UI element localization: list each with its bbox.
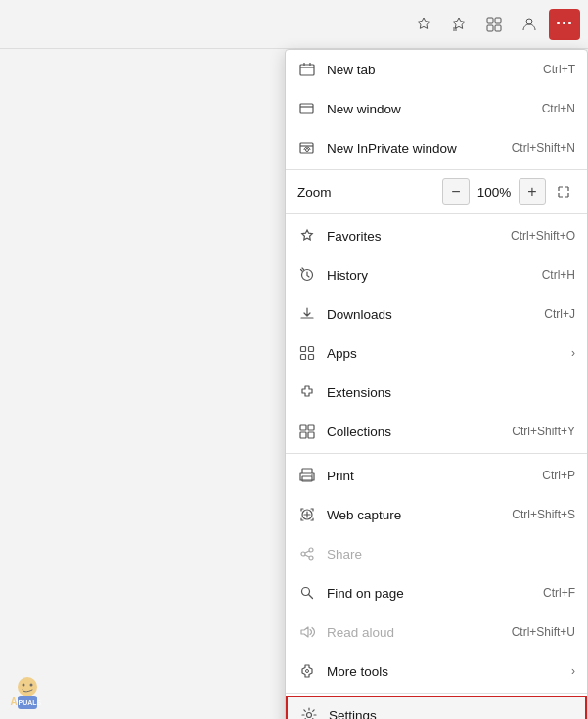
svg-rect-11	[309, 347, 314, 352]
svg-point-8	[306, 149, 309, 152]
readaloud-icon	[297, 622, 317, 642]
svg-rect-16	[300, 432, 306, 438]
menu-item-share: Share	[286, 534, 587, 573]
svg-point-27	[307, 713, 312, 718]
print-label: Print	[327, 469, 542, 483]
menu-item-read-aloud: Read aloud Ctrl+Shift+U	[286, 612, 587, 652]
svg-point-26	[306, 670, 309, 673]
webcapture-icon	[297, 505, 317, 524]
zoom-in-button[interactable]: +	[519, 178, 546, 205]
svg-point-34	[30, 684, 33, 687]
menu-item-inprivate[interactable]: New InPrivate window Ctrl+Shift+N	[286, 128, 587, 167]
collections-button[interactable]	[478, 9, 510, 40]
svg-point-23	[301, 552, 305, 556]
browser-chrome: ···	[0, 0, 588, 49]
find-icon	[297, 583, 317, 603]
svg-text:PPUALS: PPUALS	[14, 699, 42, 706]
zoom-controls: − 100% +	[442, 178, 575, 205]
menu-item-webcapture[interactable]: Web capture Ctrl+Shift+S	[286, 495, 587, 534]
more-button[interactable]: ···	[549, 9, 580, 40]
menu-item-collections[interactable]: Collections Ctrl+Shift+Y	[286, 412, 587, 451]
history-icon	[297, 265, 317, 285]
menu-item-settings[interactable]: Settings	[286, 696, 587, 719]
toolbar-icons: ···	[408, 9, 580, 40]
read-aloud-label: Read aloud	[327, 625, 512, 640]
inprivate-icon	[297, 138, 317, 157]
favorites-shortcut: Ctrl+Shift+O	[511, 229, 575, 243]
downloads-icon	[297, 304, 317, 324]
svg-point-4	[526, 19, 532, 24]
share-icon	[297, 544, 317, 563]
favorites-icon	[297, 226, 317, 246]
favorites-star-button[interactable]	[408, 9, 439, 40]
menu-item-more-tools[interactable]: More tools ›	[286, 652, 587, 691]
appuals-watermark: PPUALS A	[8, 672, 47, 711]
menu-item-new-tab[interactable]: New tab Ctrl+T	[286, 50, 587, 89]
apps-label: Apps	[327, 346, 564, 361]
find-on-page-label: Find on page	[327, 586, 543, 601]
zoom-value: 100%	[475, 185, 513, 200]
find-on-page-shortcut: Ctrl+F	[543, 586, 575, 600]
print-shortcut: Ctrl+P	[542, 469, 575, 482]
svg-point-24	[309, 556, 313, 560]
downloads-label: Downloads	[327, 307, 544, 322]
divider-2	[286, 213, 587, 214]
favorites-list-button[interactable]	[443, 9, 475, 40]
svg-point-20	[311, 474, 313, 476]
svg-point-33	[23, 684, 25, 687]
downloads-shortcut: Ctrl+J	[544, 307, 575, 321]
webcapture-label: Web capture	[327, 508, 512, 522]
menu-item-favorites[interactable]: Favorites Ctrl+Shift+O	[286, 216, 587, 255]
menu-item-extensions[interactable]: Extensions	[286, 373, 587, 412]
webcapture-shortcut: Ctrl+Shift+S	[512, 508, 575, 521]
svg-point-22	[309, 548, 313, 552]
menu-item-find-on-page[interactable]: Find on page Ctrl+F	[286, 573, 587, 612]
history-label: History	[327, 268, 542, 283]
new-tab-icon	[297, 60, 317, 79]
history-shortcut: Ctrl+H	[542, 268, 575, 282]
print-icon	[297, 466, 317, 485]
svg-rect-6	[300, 104, 313, 113]
svg-rect-14	[300, 425, 306, 430]
svg-rect-18	[302, 469, 312, 473]
collections-shortcut: Ctrl+Shift+Y	[512, 425, 575, 438]
zoom-expand-button[interactable]	[552, 180, 575, 203]
menu-item-apps[interactable]: Apps ›	[286, 334, 587, 373]
svg-text:A: A	[10, 697, 17, 707]
new-window-shortcut: Ctrl+N	[542, 102, 575, 115]
zoom-out-button[interactable]: −	[442, 178, 470, 205]
inprivate-label: New InPrivate window	[327, 141, 512, 156]
svg-rect-1	[495, 18, 501, 23]
settings-icon	[299, 705, 319, 719]
extensions-icon	[297, 382, 317, 402]
divider-4	[286, 693, 587, 694]
more-tools-arrow: ›	[571, 664, 575, 678]
svg-rect-15	[308, 425, 314, 430]
svg-rect-3	[495, 25, 501, 31]
extensions-label: Extensions	[327, 385, 575, 400]
moretools-icon	[297, 661, 317, 681]
apps-icon	[297, 343, 317, 363]
read-aloud-shortcut: Ctrl+Shift+U	[512, 625, 575, 639]
menu-item-new-window[interactable]: New window Ctrl+N	[286, 89, 587, 128]
new-tab-label: New tab	[327, 63, 543, 77]
settings-label: Settings	[329, 708, 573, 720]
divider-1	[286, 169, 587, 170]
menu-item-downloads[interactable]: Downloads Ctrl+J	[286, 294, 587, 334]
content-area: New tab Ctrl+T New window Ctrl+N	[0, 49, 588, 719]
collections-icon	[297, 422, 317, 441]
svg-rect-5	[300, 65, 314, 75]
zoom-row: Zoom − 100% +	[286, 172, 587, 211]
svg-rect-0	[487, 18, 493, 23]
new-window-icon	[297, 99, 317, 118]
collections-label: Collections	[327, 425, 512, 439]
svg-rect-13	[309, 355, 314, 360]
svg-rect-10	[301, 347, 306, 352]
menu-item-print[interactable]: Print Ctrl+P	[286, 456, 587, 495]
more-tools-label: More tools	[327, 664, 564, 679]
menu-item-history[interactable]: History Ctrl+H	[286, 255, 587, 294]
svg-rect-17	[308, 432, 314, 438]
favorites-label: Favorites	[327, 229, 511, 244]
svg-point-32	[18, 677, 37, 697]
profile-button[interactable]	[514, 9, 545, 40]
